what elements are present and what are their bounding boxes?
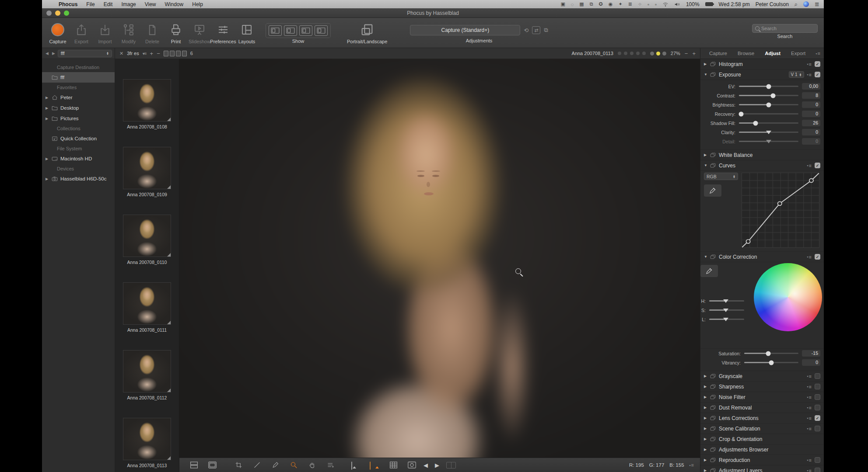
slider-thumb[interactable] (766, 131, 771, 134)
menu-user[interactable]: Peter Coulson (756, 1, 789, 7)
section-lens-corrections[interactable]: ▶Lens Corrections≡✓ (700, 413, 824, 423)
brightness-value[interactable]: 0 (802, 101, 820, 108)
notes-icon[interactable]: ≣ (628, 1, 632, 7)
vibrancy-slider[interactable] (744, 362, 798, 363)
tab-capture[interactable]: Capture (704, 51, 732, 56)
section-adjustments-browser[interactable]: ▶Adjustments Browser (700, 444, 824, 455)
recovery-slider[interactable] (739, 113, 798, 115)
close-button[interactable] (46, 10, 52, 16)
menu-item-file[interactable]: File (82, 1, 99, 7)
zoom-out-icon[interactable]: − (685, 50, 688, 57)
sidebar-item-peter[interactable]: ▶Peter (42, 92, 115, 103)
sidebar-item-desktop[interactable]: ▶Desktop (42, 103, 115, 113)
shadow-warning-toggle[interactable] (367, 460, 383, 470)
rating-dot[interactable] (618, 52, 621, 55)
siri-icon[interactable] (803, 1, 809, 7)
section-menu-icon[interactable]: ≡ (807, 426, 812, 431)
volume-icon[interactable]: ▫ (655, 1, 657, 7)
color-eyedropper-button[interactable] (700, 265, 718, 277)
paste-adjustments-icon[interactable]: ⧉ (544, 27, 548, 34)
thumbnail[interactable]: Anna 200708_0108 (122, 79, 172, 147)
disclosure-icon[interactable]: ▼ (704, 255, 710, 259)
vibrancy-value[interactable]: 0 (802, 359, 820, 366)
thumbnail[interactable]: Anna 200708_0112 (122, 350, 172, 418)
section-menu-icon[interactable]: ≡ (807, 416, 812, 421)
compare-icon[interactable] (446, 462, 456, 469)
destination-select[interactable]: fff ▲▼ (58, 50, 112, 57)
back-icon[interactable]: ◀ (45, 51, 49, 56)
menu-item-image[interactable]: Image (117, 1, 140, 7)
notification-center-icon[interactable]: ≣ (815, 1, 819, 7)
section-grayscale[interactable]: ▶Grayscale≡ (700, 371, 824, 382)
section-menu-icon[interactable]: ≡ (807, 374, 812, 379)
previous-image-button[interactable]: ◀ (424, 462, 428, 469)
menu-item-window[interactable]: Window (161, 1, 188, 7)
thumb-size-decrease-icon[interactable]: − (157, 50, 160, 57)
section-adjustment-layers[interactable]: ▶Adjustment Layers≡ (700, 465, 824, 472)
section-histogram[interactable]: ▶ Histogram ≡ ✓ (700, 59, 824, 69)
crop-tool[interactable] (230, 460, 247, 470)
disclosure-icon[interactable]: ▶ (46, 96, 51, 100)
disclosure-icon[interactable]: ▶ (704, 437, 710, 441)
sidebar-item-hasselblad-h6d-50c[interactable]: ▶Hasselblad H6D-50c (42, 174, 115, 184)
section-menu-icon[interactable]: ≡ (807, 384, 812, 389)
wifi-icon[interactable] (662, 2, 668, 7)
saturation-slider[interactable] (744, 353, 798, 354)
tool-options-menu[interactable] (322, 460, 339, 470)
detail-slider[interactable] (739, 141, 798, 142)
zoom-window-button[interactable] (64, 10, 69, 16)
hsl-l-slider[interactable] (709, 319, 744, 320)
pan-tool[interactable] (304, 460, 320, 470)
slider-thumb[interactable] (766, 140, 771, 143)
slider-thumb[interactable] (769, 360, 774, 365)
portrait-landscape-button[interactable] (360, 21, 374, 38)
rating-dot[interactable] (624, 52, 627, 55)
section-menu-icon[interactable]: ≡ (807, 405, 812, 410)
thumbnail[interactable]: Anna 200708_0111 (122, 282, 172, 350)
disclosure-icon[interactable]: ▶ (704, 374, 710, 378)
zoom-tool[interactable] (285, 460, 302, 470)
curves-eyedropper-button[interactable] (704, 184, 721, 197)
print-button[interactable]: Print (166, 21, 186, 44)
menu-item-view[interactable]: View (140, 1, 161, 7)
do-not-disturb-icon[interactable]: ◌ (571, 1, 574, 7)
section-scene-calibration[interactable]: ▶Scene Calibration≡ (700, 423, 824, 434)
section-checkbox[interactable] (815, 405, 820, 410)
disclosure-icon[interactable]: ▶ (46, 106, 51, 110)
layouts-button[interactable]: Layouts (237, 21, 256, 44)
section-checkbox[interactable] (815, 384, 820, 389)
proof-overlay-toggle[interactable] (403, 460, 420, 470)
sidebar-item-macintosh-hd[interactable]: ▶Macintosh HD (42, 153, 115, 164)
panel-menu-icon[interactable]: ≡ (816, 51, 820, 56)
full-view-tool[interactable] (204, 460, 220, 470)
section-menu-icon[interactable]: ≡ (807, 163, 812, 168)
color-label-yellow[interactable] (656, 52, 660, 56)
disclosure-icon[interactable]: ▶ (704, 469, 710, 472)
section-checkbox[interactable] (815, 373, 820, 379)
display-icon[interactable]: ⧉ (590, 1, 593, 7)
detail-value[interactable]: 0 (802, 138, 820, 145)
rating-dots[interactable] (618, 52, 646, 55)
disclosure-icon[interactable]: ▶ (704, 416, 710, 420)
section-checkbox[interactable]: ✓ (815, 61, 820, 67)
thumbnail[interactable]: Anna 200708_0113 (122, 418, 172, 472)
section-checkbox[interactable]: ✓ (815, 72, 820, 77)
disclosure-icon[interactable]: ▶ (704, 62, 710, 66)
saturation-value[interactable]: -15 (802, 350, 820, 357)
sidebar-item-quick-collection[interactable]: Quick Collection (42, 133, 115, 144)
preferences-button[interactable]: Preferences (214, 21, 233, 44)
disclosure-icon[interactable]: ▶ (46, 117, 51, 121)
slider-thumb[interactable] (766, 84, 771, 89)
disclosure-icon[interactable]: ▶ (704, 448, 710, 451)
airpods-icon[interactable]: ⁘ (638, 1, 642, 7)
slider-thumb[interactable] (766, 102, 771, 107)
section-checkbox[interactable]: ✓ (815, 254, 820, 260)
export-button[interactable]: Export (72, 21, 91, 44)
section-exposure[interactable]: ▼ Exposure V 1▲▼ ≡ ✓ (700, 69, 824, 80)
creative-cloud-icon[interactable]: ◉ (609, 1, 613, 7)
copy-adjustments-icon[interactable]: ⇄ (532, 26, 540, 34)
slideshow-button[interactable]: Slideshow (190, 21, 209, 44)
show-segment-4[interactable] (315, 25, 328, 36)
color-label-dots[interactable] (650, 52, 666, 56)
rating-dot[interactable] (630, 52, 634, 55)
